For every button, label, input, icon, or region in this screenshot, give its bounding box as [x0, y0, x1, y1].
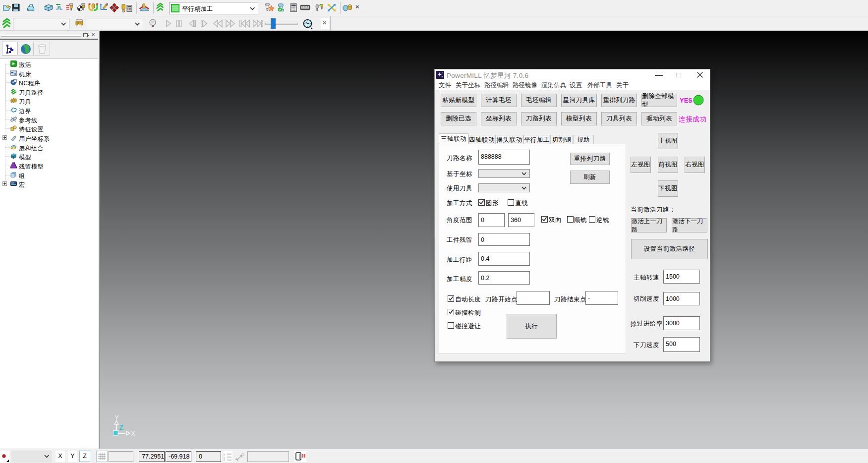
svg-text:z: z	[224, 459, 225, 461]
svg-text:Y: Y	[115, 414, 119, 421]
svg-text:X: X	[131, 430, 135, 437]
svg-text:Z: Z	[119, 423, 124, 431]
